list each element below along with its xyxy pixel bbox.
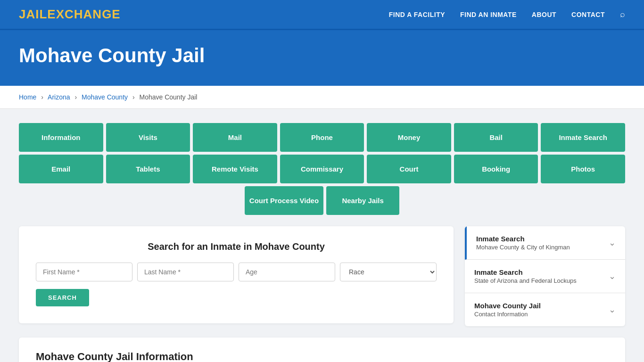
content-row: Search for an Inmate in Mohave County Ra… [19, 226, 625, 326]
button-grid-row3: Court Process Video Nearby Jails [19, 186, 625, 215]
btn-phone[interactable]: Phone [280, 123, 364, 152]
chevron-down-icon-2: ⌄ [609, 271, 616, 281]
btn-money[interactable]: Money [367, 123, 451, 152]
last-name-input[interactable] [137, 263, 234, 281]
chevron-down-icon-1: ⌄ [609, 238, 616, 248]
sidebar-item-inmate-search-arizona[interactable]: Inmate Search State of Arizona and Feder… [465, 260, 625, 293]
bottom-section: Mohave County Jail Information [19, 337, 625, 362]
btn-nearby-jails[interactable]: Nearby Jails [326, 186, 399, 215]
sidebar-item-text-2: Inmate Search State of Arizona and Feder… [474, 268, 577, 284]
sidebar-item-subtitle-2: State of Arizona and Federal Lockups [474, 277, 577, 284]
sidebar-item-subtitle-3: Contact Information [474, 311, 541, 318]
btn-commissary[interactable]: Commissary [280, 155, 364, 183]
search-form-title: Search for an Inmate in Mohave County [36, 241, 437, 252]
btn-court-process-video[interactable]: Court Process Video [245, 186, 323, 215]
breadcrumb-mohave-county[interactable]: Mohave County [82, 93, 128, 101]
btn-court[interactable]: Court [367, 155, 451, 183]
btn-inmate-search[interactable]: Inmate Search [541, 123, 625, 152]
sidebar-item-title-1: Inmate Search [476, 235, 570, 243]
sidebar: Inmate Search Mohave County & City of Ki… [465, 226, 625, 326]
hero-section: Mohave County Jail [0, 30, 644, 86]
search-icon[interactable]: ⌕ [620, 9, 625, 19]
breadcrumb-arizona[interactable]: Arizona [48, 93, 70, 101]
age-input[interactable] [239, 263, 335, 281]
btn-booking[interactable]: Booking [454, 155, 538, 183]
sidebar-item-title-3: Mohave County Jail [474, 302, 541, 310]
race-select[interactable]: Race White Black Hispanic Asian Other [340, 263, 437, 281]
search-button[interactable]: SEARCH [36, 289, 89, 306]
btn-email[interactable]: Email [19, 155, 103, 183]
nav-links: FIND A FACILITY FIND AN INMATE ABOUT CON… [389, 9, 625, 19]
nav-about[interactable]: ABOUT [532, 11, 556, 18]
sidebar-item-text-3: Mohave County Jail Contact Information [474, 302, 541, 318]
breadcrumb-sep-3: › [132, 93, 135, 101]
btn-photos[interactable]: Photos [541, 155, 625, 183]
button-grid-row1: Information Visits Mail Phone Money Bail… [19, 123, 625, 152]
sidebar-item-subtitle-1: Mohave County & City of Kingman [476, 244, 570, 251]
breadcrumb-current: Mohave County Jail [139, 93, 197, 101]
nav-find-facility[interactable]: FIND A FACILITY [389, 11, 445, 18]
first-name-input[interactable] [36, 263, 132, 281]
breadcrumb: Home › Arizona › Mohave County › Mohave … [0, 86, 644, 109]
logo-exchange-rest: XCHANGE [56, 7, 121, 21]
sidebar-item-inmate-search-mohave[interactable]: Inmate Search Mohave County & City of Ki… [465, 226, 625, 260]
search-inputs-row: Race White Black Hispanic Asian Other [36, 263, 437, 281]
btn-bail[interactable]: Bail [454, 123, 538, 152]
breadcrumb-home[interactable]: Home [19, 93, 36, 101]
bottom-section-title: Mohave County Jail Information [36, 351, 608, 362]
navbar: JAILEXCHANGE FIND A FACILITY FIND AN INM… [0, 0, 644, 30]
page-title: Mohave County Jail [19, 44, 625, 67]
btn-tablets[interactable]: Tablets [106, 155, 190, 183]
button-grid-row2: Email Tablets Remote Visits Commissary C… [19, 155, 625, 183]
logo-jail: JAIL [19, 7, 47, 21]
site-logo[interactable]: JAILEXCHANGE [19, 7, 121, 22]
main-area: Information Visits Mail Phone Money Bail… [0, 109, 644, 362]
sidebar-item-contact-info[interactable]: Mohave County Jail Contact Information ⌄ [465, 293, 625, 326]
chevron-down-icon-3: ⌄ [609, 304, 616, 315]
btn-information[interactable]: Information [19, 123, 103, 152]
btn-mail[interactable]: Mail [193, 123, 277, 152]
nav-contact[interactable]: CONTACT [571, 11, 605, 18]
btn-visits[interactable]: Visits [106, 123, 190, 152]
logo-exchange-e: E [47, 7, 56, 21]
sidebar-item-text-1: Inmate Search Mohave County & City of Ki… [476, 235, 570, 251]
sidebar-item-title-2: Inmate Search [474, 268, 577, 276]
btn-remote-visits[interactable]: Remote Visits [193, 155, 277, 183]
breadcrumb-sep-1: › [41, 93, 43, 101]
nav-find-inmate[interactable]: FIND AN INMATE [460, 11, 517, 18]
breadcrumb-sep-2: › [74, 93, 77, 101]
inmate-search-form: Search for an Inmate in Mohave County Ra… [19, 226, 454, 323]
